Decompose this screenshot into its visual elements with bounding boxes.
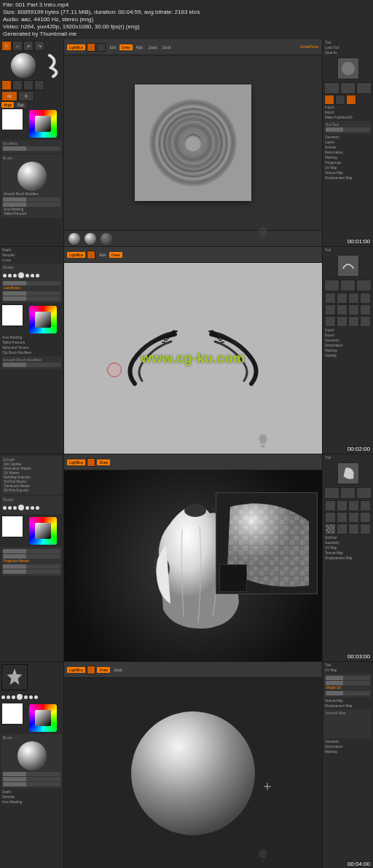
library-item[interactable] [348, 512, 359, 523]
brush-slider-3[interactable] [3, 782, 60, 786]
draw-button[interactable]: Draw [119, 44, 133, 50]
color-picker[interactable] [29, 517, 57, 545]
shelf-sphere-3[interactable] [101, 233, 112, 245]
deformation-button[interactable]: Deformation [324, 151, 372, 155]
export-button[interactable]: Export [324, 334, 372, 338]
masking-button[interactable]: Masking [324, 750, 372, 754]
draw-button[interactable]: Draw [109, 252, 122, 258]
deformation-button[interactable]: Deformation [324, 745, 372, 749]
lightbox-button[interactable]: LightBox [67, 667, 85, 673]
draw-button[interactable]: Draw [97, 459, 110, 465]
persp-icon[interactable] [346, 95, 356, 105]
material-sphere-preview[interactable] [11, 53, 36, 78]
toolbar-icon-2[interactable] [97, 43, 106, 52]
library-item[interactable] [348, 293, 359, 304]
lazy-mouse-label[interactable]: LazyMouse [3, 286, 60, 291]
stroke-preview[interactable] [3, 502, 60, 513]
library-item[interactable] [337, 293, 348, 304]
color-picker[interactable] [29, 306, 57, 334]
brush-slider-2[interactable] [3, 777, 60, 781]
brush-preview[interactable] [17, 162, 47, 191]
texturemap-button[interactable]: Texture Map [324, 699, 372, 703]
polygroups-button[interactable]: Polygroups [324, 161, 372, 165]
zsub-button[interactable]: Zsub [160, 44, 173, 50]
current-color-swatch[interactable] [1, 108, 23, 130]
library-item[interactable] [348, 500, 359, 511]
shelf-sphere-2[interactable] [85, 233, 96, 245]
tool-thumbnail[interactable] [337, 58, 359, 79]
viewport[interactable] [64, 55, 322, 230]
rotate-mode-icon[interactable] [34, 80, 44, 90]
subtool-list-slider[interactable] [326, 127, 370, 132]
slider-d[interactable] [3, 569, 60, 574]
morph-uv-label[interactable]: Morph UV [326, 686, 370, 690]
lazy-slider-1[interactable] [3, 291, 60, 296]
subtool-button[interactable]: SubTool [324, 536, 372, 540]
uvmap-button[interactable]: UV Map [324, 668, 372, 673]
rgb-button-top[interactable]: Rgb [134, 44, 145, 50]
zadd-button[interactable]: Zadd [146, 44, 159, 50]
undo-icon[interactable]: ↶ [23, 41, 34, 51]
uvmap-button[interactable]: UV Map [324, 166, 372, 170]
geometry-button[interactable]: Geometry [324, 339, 372, 343]
edit-toggle-icon[interactable] [324, 95, 334, 105]
export-button[interactable]: Export [324, 111, 372, 115]
uvmap-button[interactable]: UV Map [324, 546, 372, 551]
quick-3[interactable] [356, 280, 372, 291]
library-item[interactable] [348, 316, 359, 327]
edit-button[interactable]: Edit [97, 252, 108, 258]
menu-icon[interactable]: ≡ [1, 41, 12, 51]
brush-size-icon[interactable]: 42 [1, 91, 17, 101]
save-as-button[interactable]: Save As [324, 51, 372, 55]
toolbar-icon-1[interactable] [87, 43, 95, 52]
tool-thumbnail[interactable] [337, 255, 359, 277]
geometry-button[interactable]: Geometry [324, 541, 372, 545]
deformation-button[interactable]: Deformation [324, 344, 372, 348]
geometry-button[interactable]: Geometry [324, 740, 372, 744]
load-tool-button[interactable]: Load Tool [324, 46, 372, 50]
library-item[interactable] [360, 500, 371, 511]
color-picker[interactable] [29, 704, 57, 732]
quick-3[interactable] [356, 487, 372, 499]
polymesh-button[interactable]: Make PolyMesh3D [324, 116, 372, 120]
uv-slider-3[interactable] [326, 691, 370, 695]
lazy-slider-2[interactable] [3, 296, 60, 301]
lightbox-button[interactable]: LightBox [67, 44, 85, 50]
toolbar-icon-1[interactable] [87, 666, 95, 674]
quick-2[interactable] [340, 487, 356, 499]
slider-c[interactable] [3, 564, 60, 569]
library-item[interactable] [360, 293, 371, 304]
stroke-preview[interactable] [3, 270, 60, 280]
viewport[interactable] [64, 470, 322, 661]
viewport[interactable]: www.cg-ku.com [64, 263, 322, 454]
brush-slider-1[interactable] [3, 197, 60, 202]
library-item[interactable] [348, 524, 359, 534]
stroke-slider[interactable] [3, 281, 60, 285]
library-item[interactable] [348, 304, 359, 315]
quick-tool-3[interactable] [356, 82, 372, 94]
library-item[interactable] [325, 500, 336, 511]
library-item[interactable] [325, 293, 336, 304]
masking-button[interactable]: Masking [324, 349, 372, 353]
library-item[interactable] [325, 304, 336, 315]
tool-thumbnail[interactable] [337, 462, 359, 484]
slider-a[interactable] [3, 549, 60, 553]
library-item[interactable] [360, 524, 371, 534]
library-item[interactable] [337, 512, 348, 523]
library-item[interactable] [337, 304, 348, 315]
modifier-slider[interactable] [3, 146, 60, 151]
texturemap-button[interactable]: Texture Map [324, 171, 372, 175]
current-color-swatch[interactable] [1, 516, 23, 537]
home-icon[interactable]: ⌂ [12, 41, 23, 51]
visibility-button[interactable]: Visibility [324, 354, 372, 358]
library-item[interactable] [360, 512, 371, 523]
displacement-button[interactable]: Displacement Map [324, 704, 372, 709]
library-item[interactable] [337, 500, 348, 511]
library-item[interactable] [337, 316, 348, 327]
quick-tool-2[interactable] [340, 82, 356, 94]
toolbar-icon-1[interactable] [87, 458, 95, 467]
displacement-button[interactable]: Displacement Map [324, 176, 372, 181]
edit-button[interactable]: Edit [107, 44, 118, 50]
surface-button[interactable]: Surface [324, 146, 372, 150]
slider-b[interactable] [3, 554, 60, 559]
